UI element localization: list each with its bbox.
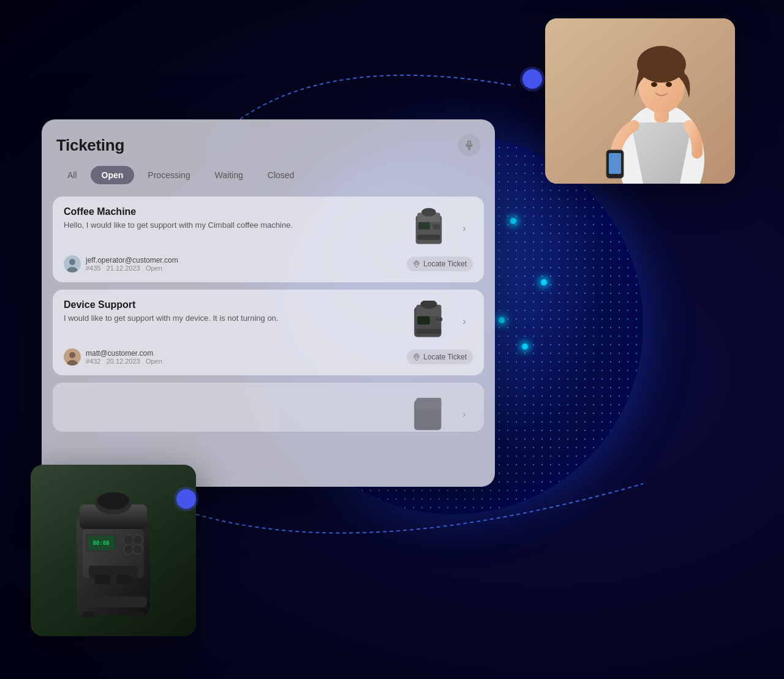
ticket-card-top-2: Device Support I would like to get suppo… [64, 299, 473, 343]
svg-point-12 [97, 492, 129, 509]
tab-all[interactable]: All [56, 166, 88, 184]
ticket-content-1: Coffee Machine Hello, I would like to ge… [64, 206, 407, 231]
ticket-desc-1: Hello, I would like to get support with … [64, 220, 407, 231]
ticket-card-coffee-machine[interactable]: Coffee Machine Hello, I would like to ge… [53, 197, 484, 282]
device-icon [408, 301, 450, 342]
ticket-card-top-1: Coffee Machine Hello, I would like to ge… [64, 206, 473, 250]
ticket-user-2: matt@customer.com #432 20.12.2023 Open [64, 348, 162, 366]
ticket-chevron-2[interactable]: › [456, 313, 473, 330]
svg-point-18 [133, 535, 143, 545]
user-avatar-2 [64, 348, 81, 366]
ticket-title-1: Coffee Machine [64, 206, 407, 217]
ticket-footer-2: matt@customer.com #432 20.12.2023 Open [64, 348, 473, 366]
ticket-footer-1: jeff.operator@customer.com #435 21.12.20… [64, 255, 473, 272]
indicator-dot-top [522, 69, 542, 89]
coffee-machine-image: 88:88 [31, 465, 196, 636]
svg-rect-52 [417, 398, 442, 410]
svg-rect-34 [433, 224, 440, 230]
svg-point-48 [69, 352, 75, 358]
ticket-user-1: jeff.operator@customer.com #435 21.12.20… [64, 255, 178, 272]
avatar-icon-1 [64, 255, 81, 272]
device-icon-3 [408, 394, 450, 432]
glow-point-5 [522, 343, 528, 350]
tab-closed[interactable]: Closed [257, 166, 306, 184]
ticket-card-device-support[interactable]: Device Support I would like to get suppo… [53, 290, 484, 375]
svg-point-6 [666, 82, 672, 87]
ticket-chevron-1[interactable]: › [456, 220, 473, 237]
svg-rect-23 [116, 575, 132, 584]
bottom-coffee-card: 88:88 [31, 465, 196, 636]
tickets-list: Coffee Machine Hello, I would like to ge… [42, 197, 495, 432]
svg-rect-8 [609, 153, 621, 174]
svg-rect-43 [417, 317, 429, 325]
locate-ticket-btn-2[interactable]: Locate Ticket [407, 350, 473, 364]
svg-rect-24 [80, 596, 147, 607]
tab-processing[interactable]: Processing [137, 166, 201, 184]
svg-point-20 [133, 544, 143, 554]
tab-waiting[interactable]: Waiting [204, 166, 254, 184]
user-avatar-1 [64, 255, 81, 272]
ticket-meta-2: #432 20.12.2023 Open [86, 358, 162, 365]
svg-point-37 [69, 259, 75, 265]
app-window: Ticketing All Open Processing Waiting Cl… [42, 119, 495, 487]
glow-point-4 [499, 317, 505, 323]
coffee-machine-icon [408, 208, 450, 249]
woman-svg [545, 18, 735, 184]
locate-ticket-btn-1[interactable]: Locate Ticket [407, 257, 473, 271]
ticket-title-2: Device Support [64, 299, 407, 310]
svg-point-17 [124, 535, 134, 545]
ticket-image-2 [407, 299, 451, 343]
user-info-2: matt@customer.com #432 20.12.2023 Open [86, 349, 162, 365]
svg-rect-33 [418, 222, 430, 230]
ticket-content-3 [64, 392, 407, 395]
svg-point-19 [124, 544, 134, 554]
ticket-chevron-3[interactable]: › [456, 406, 473, 423]
svg-point-50 [415, 355, 418, 358]
svg-rect-35 [417, 234, 440, 240]
ticket-card-partial[interactable]: › [53, 383, 484, 432]
user-email-1: jeff.operator@customer.com [86, 256, 178, 264]
app-title: Ticketing [56, 136, 124, 155]
svg-rect-22 [95, 575, 110, 584]
glow-point-3 [541, 279, 547, 285]
svg-rect-27 [468, 141, 470, 146]
svg-point-39 [415, 262, 418, 264]
svg-rect-26 [132, 612, 144, 618]
svg-point-5 [651, 82, 657, 87]
ticket-image-3 [407, 392, 451, 432]
svg-point-46 [438, 317, 442, 321]
avatar-icon-2 [64, 348, 81, 366]
person-image [545, 18, 735, 184]
ticket-desc-2: I would like to get support with my devi… [64, 313, 407, 324]
svg-point-32 [421, 208, 436, 217]
locate-icon-1 [413, 260, 420, 268]
top-person-card [545, 18, 735, 184]
locate-icon-2 [413, 353, 420, 361]
svg-text:88:88: 88:88 [92, 540, 109, 546]
svg-rect-25 [83, 612, 95, 618]
svg-rect-44 [417, 329, 442, 334]
ticket-image-1 [407, 206, 451, 250]
ticket-card-top-3: › [64, 392, 473, 432]
indicator-dot-bottom [176, 489, 196, 509]
ticket-content-2: Device Support I would like to get suppo… [64, 299, 407, 324]
tab-open[interactable]: Open [91, 166, 135, 184]
user-info-1: jeff.operator@customer.com #435 21.12.20… [86, 256, 178, 272]
mic-button[interactable] [458, 134, 480, 156]
coffee-machine-svg: 88:88 [64, 480, 162, 621]
user-email-2: matt@customer.com [86, 349, 162, 358]
filter-tabs: All Open Processing Waiting Closed [42, 166, 495, 197]
app-header: Ticketing [42, 119, 495, 166]
ticket-meta-1: #435 21.12.2023 Open [86, 264, 178, 272]
